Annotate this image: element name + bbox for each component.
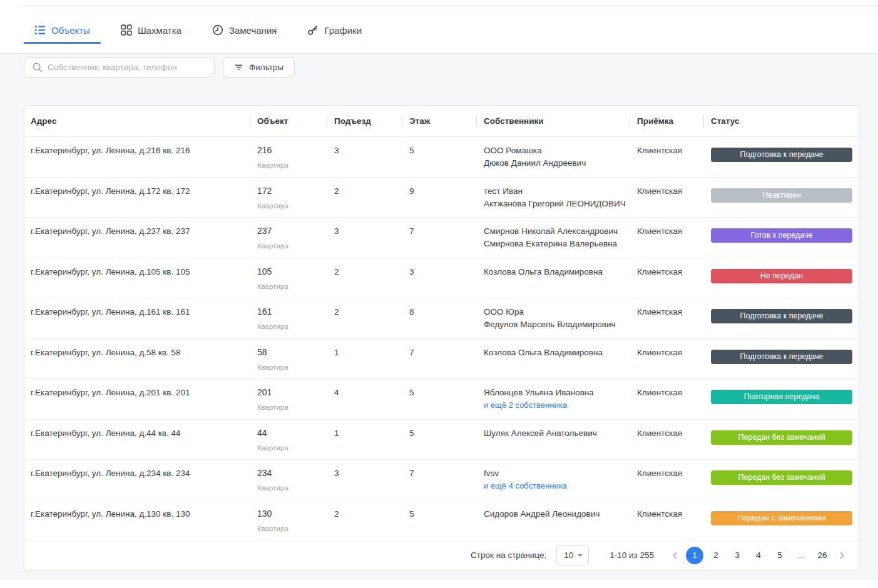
owner-name: Смирнова Екатерина Валерьевна	[484, 238, 637, 250]
floor-cell: 9	[409, 185, 484, 212]
page-button[interactable]: 3	[728, 547, 746, 564]
status-badge: Неактивен	[711, 188, 852, 203]
address-cell: г.Екатеринбург, ул. Ленина, д.216 кв. 21…	[31, 144, 257, 171]
table-row[interactable]: г.Екатеринбург, ул. Ленина, д.216 кв. 21…	[24, 137, 859, 178]
chevron-right-icon	[837, 551, 846, 560]
object-type: Квартира	[257, 200, 334, 212]
status-badge: Подготовка к передаче	[711, 148, 852, 162]
next-page-button[interactable]	[833, 547, 850, 564]
address-cell: г.Екатеринбург, ул. Ленина, д.58 кв. 58	[31, 347, 257, 373]
owner-name: Козлова Ольга Владимировна	[484, 266, 637, 278]
tabs-nav: ОбъектыШахматкаЗамечанияГрафики	[24, 16, 372, 44]
tab-label: Шахматка	[138, 25, 181, 36]
owner-name: Дюков Даниил Андреевич	[484, 157, 637, 170]
search-box[interactable]	[24, 57, 215, 78]
tab-label: Объекты	[51, 25, 90, 36]
object-cell: 201Квартира	[257, 387, 334, 413]
page-button[interactable]: 5	[771, 547, 789, 564]
page-button[interactable]: 26	[814, 547, 831, 564]
table-row[interactable]: г.Екатеринбург, ул. Ленина, д.105 кв. 10…	[24, 258, 859, 299]
key-icon	[307, 24, 319, 36]
status-badge: Передан без замечаний	[711, 470, 852, 485]
column-header: Статус	[711, 116, 852, 126]
entrance-cell: 3	[334, 225, 409, 252]
acceptance-cell: Клиентская	[637, 306, 711, 333]
object-cell: 216Квартира	[257, 144, 334, 171]
owners-cell: Козлова Ольга Владимировна	[484, 347, 637, 373]
floor-cell: 3	[409, 266, 484, 293]
entrance-cell: 3	[334, 144, 409, 171]
search-icon	[32, 62, 43, 73]
floor-cell: 5	[409, 508, 484, 535]
object-cell: 44Квартира	[257, 427, 334, 454]
address-cell: г.Екатеринбург, ул. Ленина, д.130 кв. 13…	[31, 508, 257, 535]
status-cell: Повторная передача	[711, 387, 852, 413]
rows-per-page-select[interactable]: 10	[556, 545, 589, 565]
object-number: 58	[257, 347, 334, 358]
pagination-range: 1-10 из 255	[610, 550, 654, 560]
address-cell: г.Екатеринбург, ул. Ленина, д.44 кв. 44	[31, 427, 257, 454]
owners-cell: Козлова Ольга Владимировна	[484, 266, 637, 293]
tab-chess[interactable]: Шахматка	[110, 16, 192, 44]
owner-name: Актжанова Григорий ЛЕОНИДОВИЧ	[484, 198, 637, 210]
owners-cell: Смирнов Николай АлександровичСмирнова Ек…	[484, 225, 637, 252]
page-button[interactable]: 1	[686, 547, 703, 564]
chevron-left-icon	[671, 551, 680, 560]
status-badge: Передан с замечаниями	[711, 511, 852, 525]
rows-per-page-label: Строк на странице:	[471, 550, 546, 560]
owners-cell: Шуляк Алексей Анатольевич	[484, 427, 637, 454]
acceptance-cell: Клиентская	[637, 185, 711, 212]
column-header: Подъезд	[334, 116, 409, 126]
owners-cell: Яблонцев Ульяна Ивановнаи ещё 2 собствен…	[484, 387, 637, 413]
object-number: 216	[257, 144, 334, 156]
table-row[interactable]: г.Екатеринбург, ул. Ленина, д.237 кв. 23…	[24, 218, 859, 258]
object-type: Квартира	[257, 522, 334, 535]
object-number: 44	[257, 427, 334, 438]
object-type: Квартира	[257, 361, 334, 373]
table-row[interactable]: г.Екатеринбург, ул. Ленина, д.201 кв. 20…	[24, 379, 859, 420]
object-cell: 130Квартира	[257, 508, 334, 535]
owner-name: тест Иван	[484, 185, 637, 198]
table-row[interactable]: г.Екатеринбург, ул. Ленина, д.234 кв. 23…	[24, 460, 859, 500]
object-type: Квартира	[257, 442, 334, 454]
tab-remarks[interactable]: Замечания	[202, 16, 288, 44]
status-cell: Неактивен	[711, 185, 852, 212]
table-row[interactable]: г.Екатеринбург, ул. Ленина, д.130 кв. 13…	[24, 500, 859, 541]
object-type: Квартира	[257, 482, 334, 494]
objects-table-card: АдресОбъектПодъездЭтажСобственникиПриёмк…	[24, 105, 859, 570]
search-input[interactable]	[48, 63, 208, 72]
list-icon	[34, 24, 46, 36]
page-button[interactable]: 2	[707, 547, 725, 564]
acceptance-cell: Клиентская	[637, 266, 711, 293]
table-row[interactable]: г.Екатеринбург, ул. Ленина, д.172 кв. 17…	[24, 178, 859, 218]
tab-objects[interactable]: Объекты	[24, 16, 101, 44]
acceptance-cell: Клиентская	[637, 144, 711, 171]
owners-cell: ООО РомашкаДюков Даниил Андреевич	[484, 144, 637, 171]
owners-cell: fvsvи ещё 4 собственника	[484, 467, 637, 494]
more-owners-link[interactable]: и ещё 2 собственника	[484, 399, 637, 412]
page-button[interactable]: 4	[750, 547, 767, 564]
acceptance-cell: Клиентская	[637, 467, 711, 494]
column-header: Собственники	[484, 116, 637, 126]
table-row[interactable]: г.Екатеринбург, ул. Ленина, д.44 кв. 444…	[24, 420, 859, 460]
table-row[interactable]: г.Екатеринбург, ул. Ленина, д.58 кв. 585…	[24, 339, 859, 380]
prev-page-button[interactable]	[666, 547, 684, 564]
floor-cell: 7	[409, 225, 484, 252]
table-row[interactable]: г.Екатеринбург, ул. Ленина, д.161 кв. 16…	[24, 298, 859, 339]
status-cell: Готов к передаче	[711, 225, 852, 252]
entrance-cell: 4	[334, 387, 409, 413]
owners-cell: Сидоров Андрей Леонидович	[484, 508, 637, 535]
object-number: 105	[257, 266, 334, 277]
filters-button[interactable]: Фильтры	[223, 57, 295, 78]
page-ellipsis: ...	[792, 547, 810, 564]
object-cell: 234Квартира	[257, 467, 334, 494]
toolbar: Фильтры	[24, 57, 878, 78]
grid-icon	[121, 24, 132, 36]
tab-charts[interactable]: Графики	[297, 16, 372, 44]
status-badge: Не передан	[711, 269, 852, 283]
entrance-cell: 1	[334, 427, 409, 454]
header: ОбъектыШахматкаЗамечанияГрафики	[0, 0, 878, 54]
more-owners-link[interactable]: и ещё 4 собственника	[484, 480, 637, 492]
entrance-cell: 3	[334, 467, 409, 494]
object-cell: 58Квартира	[257, 347, 334, 373]
